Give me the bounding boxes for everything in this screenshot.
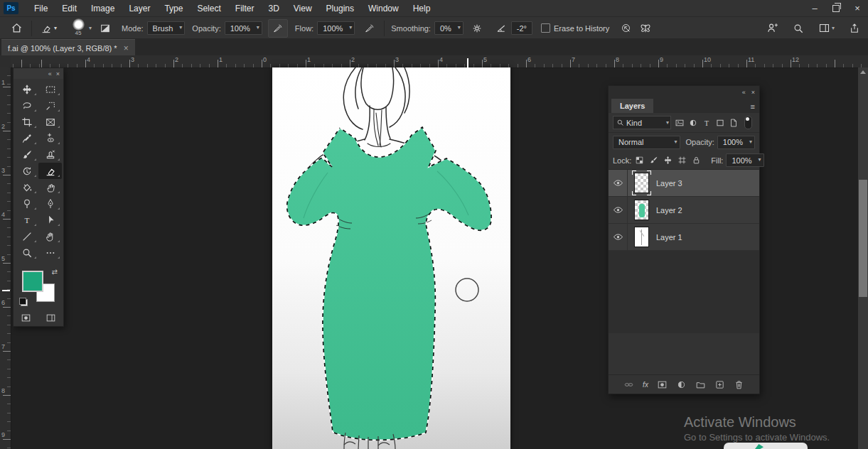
menu-type[interactable]: Type bbox=[157, 1, 190, 16]
line-tool[interactable] bbox=[15, 228, 38, 244]
layer-visibility-toggle[interactable] bbox=[609, 170, 628, 196]
brush-angle-input[interactable]: -2° bbox=[511, 21, 532, 35]
new-layer-icon[interactable] bbox=[714, 379, 725, 390]
lock-all-icon[interactable] bbox=[692, 156, 701, 165]
vertical-ruler[interactable]: 123456789 bbox=[0, 67, 11, 449]
paint-symmetry-button[interactable] bbox=[636, 20, 655, 37]
filter-smart-objects-icon[interactable] bbox=[729, 118, 739, 128]
tool-preset-eraser[interactable]: ▾ bbox=[37, 20, 60, 37]
eyedropper-tool[interactable] bbox=[15, 130, 38, 146]
screen-mode-icon[interactable] bbox=[45, 313, 56, 323]
menu-layer[interactable]: Layer bbox=[122, 1, 157, 16]
smoothing-select[interactable]: 0%▾ bbox=[434, 21, 464, 35]
menu-image[interactable]: Image bbox=[84, 1, 122, 16]
layer-visibility-toggle[interactable] bbox=[609, 224, 628, 250]
layer-filter-toggle[interactable] bbox=[744, 116, 752, 129]
dodge-tool[interactable] bbox=[15, 195, 38, 212]
history-brush-tool[interactable] bbox=[15, 163, 38, 179]
lock-transparency-icon[interactable] bbox=[635, 156, 644, 165]
layer-fill-select[interactable]: 100%▾ bbox=[726, 153, 763, 167]
export-button[interactable] bbox=[845, 20, 864, 37]
tab-close-icon[interactable]: × bbox=[124, 43, 129, 53]
lock-artboard-icon[interactable] bbox=[677, 156, 687, 165]
ruler-corner[interactable] bbox=[0, 55, 11, 68]
minimize-button[interactable]: – bbox=[804, 0, 825, 16]
zoom-tool[interactable] bbox=[15, 244, 38, 261]
share-document-button[interactable] bbox=[763, 20, 782, 37]
filter-pixel-layers-icon[interactable] bbox=[675, 118, 685, 128]
spot-healing-tool[interactable] bbox=[38, 130, 62, 146]
opacity-select[interactable]: 100%▾ bbox=[225, 21, 262, 35]
layer-style-icon[interactable]: fx bbox=[643, 381, 648, 389]
pen-tool[interactable] bbox=[38, 195, 62, 212]
home-button[interactable] bbox=[7, 20, 26, 37]
foreground-color-swatch[interactable] bbox=[22, 271, 43, 292]
search-button[interactable] bbox=[789, 20, 808, 37]
rectangular-marquee-tool[interactable] bbox=[38, 81, 62, 97]
pressure-opacity-button[interactable] bbox=[268, 19, 288, 38]
close-panel-icon[interactable]: × bbox=[56, 70, 60, 77]
layer-row-layer-1[interactable]: Layer 1 bbox=[609, 224, 759, 251]
hand-tool[interactable] bbox=[38, 228, 62, 244]
document-tab[interactable]: f.ai @ 100% (Layer 3, RGB/8) * × bbox=[1, 39, 135, 56]
menu-3d[interactable]: 3D bbox=[261, 1, 286, 16]
menu-file[interactable]: File bbox=[27, 1, 55, 16]
move-tool[interactable] bbox=[15, 81, 38, 97]
menu-window[interactable]: Window bbox=[361, 1, 406, 16]
object-selection-tool[interactable] bbox=[38, 97, 62, 114]
airbrush-button[interactable] bbox=[360, 20, 379, 37]
layer-visibility-toggle[interactable] bbox=[609, 197, 628, 223]
flow-select[interactable]: 100%▾ bbox=[317, 21, 355, 35]
close-button[interactable]: × bbox=[847, 0, 868, 16]
layer-row-layer-2[interactable]: Layer 2 bbox=[609, 197, 759, 224]
lock-position-icon[interactable] bbox=[663, 156, 673, 165]
new-group-icon[interactable] bbox=[695, 379, 706, 390]
new-adjustment-layer-icon[interactable] bbox=[676, 379, 687, 390]
layer-row-layer-3[interactable]: Layer 3 bbox=[609, 170, 759, 197]
menu-filter[interactable]: Filter bbox=[228, 1, 262, 16]
menu-view[interactable]: View bbox=[286, 1, 319, 16]
brush-preset-picker[interactable]: 45 bbox=[68, 18, 89, 38]
lasso-tool[interactable] bbox=[15, 97, 38, 114]
edit-toolbar-tool[interactable] bbox=[38, 244, 62, 261]
mode-select[interactable]: Brush▾ bbox=[147, 21, 186, 35]
menu-select[interactable]: Select bbox=[190, 1, 227, 16]
quick-mask-icon[interactable] bbox=[21, 313, 31, 323]
lock-pixels-icon[interactable] bbox=[649, 156, 658, 165]
add-layer-mask-icon[interactable] bbox=[657, 379, 668, 390]
blend-mode-select[interactable]: Normal▾ bbox=[613, 136, 680, 149]
panel-menu-icon[interactable]: ≡ bbox=[751, 102, 755, 111]
default-colors-icon[interactable] bbox=[19, 298, 28, 306]
horizontal-ruler[interactable]: 43210123456789101112 bbox=[11, 55, 868, 68]
close-panel-icon[interactable]: × bbox=[751, 89, 755, 96]
swap-colors-icon[interactable]: ⇄ bbox=[52, 268, 58, 276]
crop-tool[interactable] bbox=[15, 114, 38, 130]
clone-stamp-tool[interactable] bbox=[38, 146, 62, 163]
layer-name[interactable]: Layer 3 bbox=[656, 179, 682, 188]
layer-thumbnail[interactable] bbox=[634, 200, 649, 220]
collapse-panel-icon[interactable]: « bbox=[742, 89, 746, 96]
brush-settings-toggle[interactable] bbox=[96, 20, 114, 37]
filter-type-layers-icon[interactable] bbox=[702, 118, 712, 128]
chevron-down-icon[interactable]: ▾ bbox=[89, 25, 92, 31]
scrollbar-thumb[interactable] bbox=[859, 180, 867, 297]
workspace-switcher[interactable]: ▾ bbox=[815, 20, 838, 37]
filter-adjustment-layers-icon[interactable] bbox=[688, 118, 698, 128]
filter-kind-select[interactable]: Kind▾ bbox=[613, 116, 671, 129]
collapse-panel-icon[interactable]: « bbox=[48, 70, 52, 77]
frame-tool[interactable] bbox=[38, 114, 62, 130]
restore-button[interactable] bbox=[825, 0, 847, 16]
layer-name[interactable]: Layer 2 bbox=[656, 206, 682, 215]
vertical-scrollbar[interactable] bbox=[858, 67, 868, 449]
menu-edit[interactable]: Edit bbox=[55, 1, 84, 16]
layer-thumbnail[interactable] bbox=[634, 173, 649, 193]
pressure-size-button[interactable] bbox=[616, 20, 636, 37]
type-tool[interactable] bbox=[15, 212, 38, 228]
menu-help[interactable]: Help bbox=[406, 1, 438, 16]
gradient-tool[interactable] bbox=[15, 179, 38, 195]
eraser-tool[interactable] bbox=[38, 163, 62, 179]
erase-to-history-checkbox[interactable] bbox=[541, 23, 550, 33]
layers-tab[interactable]: Layers bbox=[611, 99, 653, 113]
layer-name[interactable]: Layer 1 bbox=[656, 233, 682, 242]
smudge-tool[interactable] bbox=[38, 179, 62, 195]
